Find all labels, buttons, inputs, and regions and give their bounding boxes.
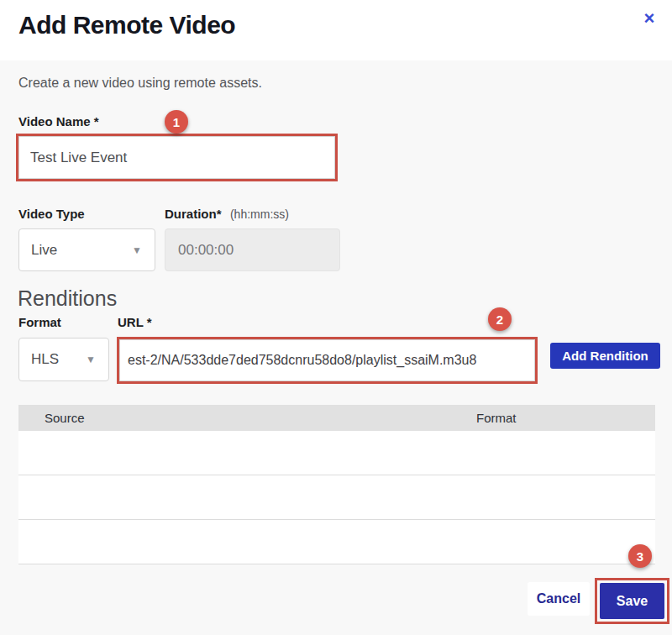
video-type-value: Live bbox=[31, 242, 57, 259]
annotation-badge-2: 2 bbox=[488, 307, 512, 331]
cancel-button[interactable]: Cancel bbox=[528, 582, 590, 616]
video-name-input[interactable] bbox=[18, 136, 335, 179]
duration-label: Duration* bbox=[165, 207, 222, 221]
video-name-annotation-box bbox=[16, 134, 338, 181]
format-select[interactable]: HLS ▼ bbox=[18, 338, 109, 381]
table-header-row: Source Format bbox=[18, 405, 655, 431]
table-row bbox=[18, 520, 655, 564]
annotation-badge-3: 3 bbox=[628, 544, 652, 568]
format-label: Format bbox=[18, 315, 61, 329]
video-name-label: Video Name * bbox=[18, 114, 99, 129]
video-type-label: Video Type bbox=[18, 207, 85, 221]
chevron-down-icon: ▼ bbox=[86, 354, 96, 365]
dialog-header: Add Remote Video × bbox=[0, 0, 672, 60]
duration-label-group: Duration* (hh:mm:ss) bbox=[165, 207, 289, 222]
page-title: Add Remote Video bbox=[18, 11, 235, 39]
video-type-select[interactable]: Live ▼ bbox=[18, 228, 155, 271]
add-remote-video-dialog: Add Remote Video × Create a new video us… bbox=[0, 0, 672, 635]
annotation-badge-1: 1 bbox=[165, 110, 188, 134]
url-input[interactable] bbox=[119, 339, 535, 381]
save-annotation-box: Save bbox=[595, 578, 669, 624]
table-header-source: Source bbox=[18, 411, 85, 425]
renditions-heading: Renditions bbox=[18, 286, 117, 311]
chevron-down-icon: ▼ bbox=[132, 244, 142, 256]
duration-hint: (hh:mm:ss) bbox=[230, 207, 289, 221]
table-row bbox=[18, 475, 655, 520]
close-icon[interactable]: × bbox=[638, 7, 661, 30]
url-label: URL * bbox=[118, 315, 152, 329]
add-rendition-button[interactable]: Add Rendition bbox=[550, 343, 660, 369]
duration-input[interactable]: 00:00:00 bbox=[165, 228, 340, 271]
table-header-format: Format bbox=[476, 411, 517, 425]
url-annotation-box bbox=[117, 337, 538, 384]
table-body bbox=[18, 431, 655, 564]
format-value: HLS bbox=[31, 351, 59, 368]
dialog-description: Create a new video using remote assets. bbox=[18, 76, 262, 91]
save-button[interactable]: Save bbox=[600, 583, 664, 619]
duration-value: 00:00:00 bbox=[178, 242, 234, 259]
renditions-table: Source Format bbox=[18, 405, 655, 564]
table-row bbox=[18, 431, 655, 475]
